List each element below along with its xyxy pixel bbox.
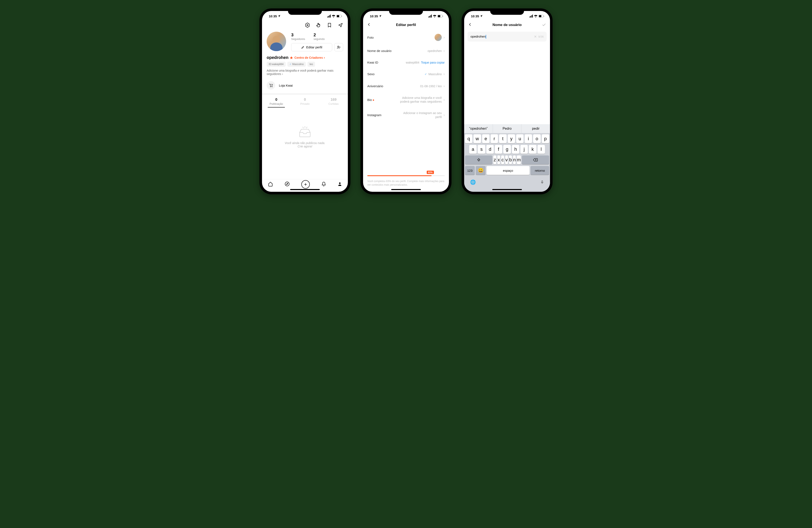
shift-key[interactable] bbox=[465, 155, 492, 164]
location-arrow-icon bbox=[480, 15, 483, 17]
key-g[interactable]: g bbox=[503, 145, 511, 154]
tab-posts[interactable]: 0 Publicação bbox=[262, 95, 291, 107]
key-p[interactable]: p bbox=[542, 134, 549, 143]
key-h[interactable]: h bbox=[512, 145, 519, 154]
nav-create[interactable]: + bbox=[301, 180, 310, 188]
key-o[interactable]: o bbox=[533, 134, 540, 143]
creator-badge-icon bbox=[290, 56, 293, 59]
suggestion-2[interactable]: Pedro bbox=[493, 124, 522, 133]
following-stat[interactable]: 2 seguindo bbox=[314, 32, 325, 41]
id-chip[interactable]: ID:wakep884 bbox=[267, 62, 286, 67]
home-indicator[interactable] bbox=[290, 189, 320, 190]
signal-icon bbox=[530, 15, 533, 17]
bookmark-icon[interactable] bbox=[327, 22, 332, 28]
gender-chip[interactable]: ♂Masculino bbox=[287, 62, 306, 67]
suggestion-1[interactable]: “opedrohen” bbox=[464, 124, 493, 133]
key-r[interactable]: r bbox=[491, 134, 498, 143]
return-key[interactable]: retorno bbox=[531, 166, 549, 175]
row-kwai-id[interactable]: Kwai ID wakep884Toque para copiar bbox=[363, 57, 449, 68]
char-count: 9/36 bbox=[538, 35, 543, 38]
nav-home[interactable] bbox=[268, 181, 273, 187]
confirm-button[interactable] bbox=[541, 22, 546, 28]
add-user-icon bbox=[337, 45, 341, 49]
row-username[interactable]: Nome de usuário opedrohen› bbox=[363, 45, 449, 57]
battery-icon bbox=[437, 15, 443, 17]
add-friend-button[interactable] bbox=[334, 43, 343, 51]
sign-chip[interactable]: leo bbox=[307, 62, 315, 67]
phone-edit-username: 10:35 Nome de usuário opedrohen ✕ 9/36 “… bbox=[462, 9, 553, 194]
header-title: Nome de usuário bbox=[492, 23, 522, 27]
notch bbox=[389, 9, 423, 15]
svg-rect-14 bbox=[443, 16, 443, 17]
key-x[interactable]: x bbox=[497, 155, 500, 164]
key-d[interactable]: d bbox=[487, 145, 494, 154]
key-j[interactable]: j bbox=[520, 145, 528, 154]
globe-key[interactable]: 🌐 bbox=[470, 180, 476, 186]
store-row[interactable]: Loja Kwai bbox=[262, 79, 348, 93]
key-c[interactable]: c bbox=[501, 155, 504, 164]
key-w[interactable]: w bbox=[474, 134, 481, 143]
backspace-key[interactable] bbox=[522, 155, 549, 164]
svg-marker-3 bbox=[306, 23, 309, 28]
bio-dot-icon bbox=[373, 100, 374, 101]
emoji-key[interactable]: 😀 bbox=[476, 166, 485, 175]
svg-rect-2 bbox=[342, 16, 342, 17]
numbers-key[interactable]: 123 bbox=[465, 166, 475, 175]
nav-notifications[interactable] bbox=[321, 181, 326, 187]
username-input[interactable]: opedrohen ✕ 9/36 bbox=[467, 32, 547, 42]
key-s[interactable]: s bbox=[478, 145, 485, 154]
svg-point-11 bbox=[339, 182, 340, 184]
svg-point-7 bbox=[270, 86, 271, 87]
back-button[interactable] bbox=[468, 22, 472, 28]
home-indicator[interactable] bbox=[391, 189, 421, 190]
nav-discover[interactable] bbox=[285, 181, 290, 187]
key-f[interactable]: f bbox=[495, 145, 502, 154]
battery-icon bbox=[336, 15, 342, 17]
key-v[interactable]: v bbox=[505, 155, 508, 164]
back-button[interactable] bbox=[367, 22, 371, 28]
clear-icon[interactable]: ✕ bbox=[534, 35, 537, 39]
key-u[interactable]: u bbox=[516, 134, 524, 143]
followers-stat[interactable]: 3 Seguidores bbox=[291, 32, 305, 41]
row-birthday[interactable]: Aniversário 01-08-1992 / leo› bbox=[363, 80, 449, 92]
svg-rect-1 bbox=[337, 15, 339, 17]
mic-key[interactable] bbox=[540, 180, 544, 186]
key-b[interactable]: b bbox=[509, 155, 512, 164]
pointer-icon[interactable] bbox=[316, 22, 321, 28]
status-time: 10:35 bbox=[269, 14, 277, 18]
svg-point-8 bbox=[272, 86, 272, 87]
key-t[interactable]: t bbox=[499, 134, 506, 143]
suggestion-3[interactable]: pedir bbox=[521, 124, 550, 133]
key-l[interactable]: l bbox=[538, 145, 545, 154]
edit-profile-button[interactable]: Editar perfil bbox=[291, 43, 332, 51]
svg-rect-18 bbox=[542, 181, 543, 182]
bio-prompt[interactable]: Adicione uma biografia e você poderá gan… bbox=[262, 69, 348, 79]
key-a[interactable]: a bbox=[469, 145, 477, 154]
key-m[interactable]: m bbox=[517, 155, 521, 164]
wifi-icon bbox=[534, 15, 538, 17]
settings-hex-icon[interactable] bbox=[305, 22, 310, 28]
tab-private[interactable]: 0 Privado bbox=[291, 95, 319, 107]
share-icon[interactable] bbox=[338, 22, 343, 28]
home-indicator[interactable] bbox=[492, 189, 522, 190]
creator-center-link[interactable]: Centro de Criadores› bbox=[294, 56, 325, 60]
key-q[interactable]: q bbox=[465, 134, 473, 143]
location-arrow-icon bbox=[278, 15, 280, 17]
header-title: Editar perfil bbox=[396, 23, 416, 27]
key-k[interactable]: k bbox=[529, 145, 536, 154]
row-sex[interactable]: Sexo ♂Masculino› bbox=[363, 68, 449, 80]
phone-edit-profile: 10:35 Editar perfil Foto › Nome de usuár… bbox=[361, 9, 451, 194]
row-bio[interactable]: Bio Adicione uma biografia e você poderá… bbox=[363, 92, 449, 107]
key-z[interactable]: z bbox=[493, 155, 496, 164]
row-photo[interactable]: Foto › bbox=[363, 30, 449, 45]
space-key[interactable]: espaço bbox=[487, 166, 530, 175]
key-i[interactable]: i bbox=[525, 134, 532, 143]
avatar[interactable] bbox=[267, 32, 286, 51]
row-instagram[interactable]: Instagram Adicionar o Instagram ao seu p… bbox=[363, 107, 449, 122]
key-y[interactable]: y bbox=[508, 134, 515, 143]
tab-likes[interactable]: 169 Curtidas bbox=[319, 95, 348, 107]
empty-state: Você ainda não publicou nada. Crie agora… bbox=[262, 107, 348, 179]
key-e[interactable]: e bbox=[482, 134, 490, 143]
nav-profile[interactable] bbox=[337, 181, 342, 187]
key-n[interactable]: n bbox=[513, 155, 516, 164]
